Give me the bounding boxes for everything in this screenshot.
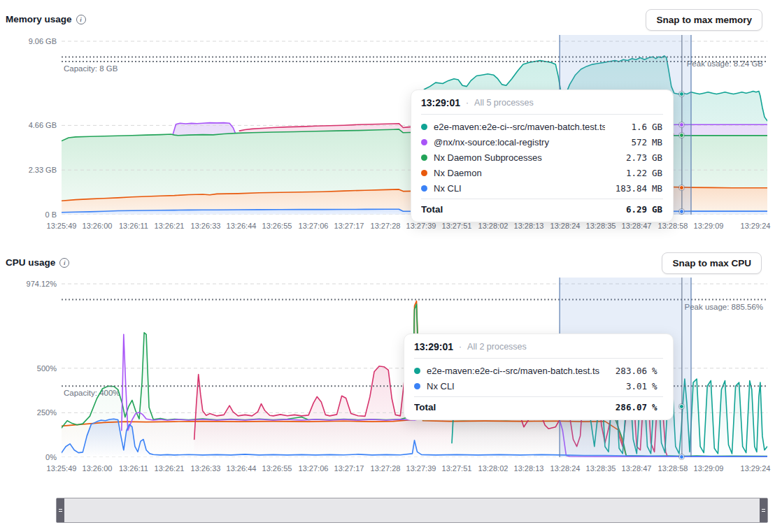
process-unit: GB [652,152,663,163]
y-axis-tick: 500% [0,364,57,373]
tooltip-process-row: Nx CLI183.84MB [421,180,663,196]
snap-to-max-memory-button[interactable]: Snap to max memory [646,9,762,31]
process-unit: GB [652,122,663,132]
x-axis-tick: 13:26:00 [76,222,118,230]
process-value: 2.73 [605,152,647,163]
process-value: 183.84 [605,183,647,194]
dot-separator: · [466,98,469,108]
memory-tooltip: 13:29:01 · All 5 processes e2e-maven:e2e… [411,89,674,222]
total-value: 6.29 [605,204,647,215]
process-unit: MB [652,137,663,148]
x-axis-tick: 13:29:09 [688,464,730,473]
cpu-tooltip-header: 13:29:01 · All 2 processes [414,341,663,359]
cpu-tooltip-time: 13:29:01 [414,341,453,352]
y-axis-tick: 4.66 GB [0,121,57,129]
cpu-section-title: CPU usage i [6,257,69,268]
process-name: e2e-maven:e2e-ci--src/maven-batch.test.t… [427,366,605,376]
x-axis-tick: 13:26:55 [256,464,298,473]
process-value: 1.6 [605,122,647,132]
memory-tooltip-subtitle: All 5 processes [474,98,534,108]
y-axis-tick: 9.06 GB [0,37,57,45]
memory-section-title: Memory usage i [6,14,86,24]
dot-separator: · [459,342,462,352]
x-axis-tick: 13:27:51 [436,222,478,230]
process-value: 572 [605,137,647,148]
process-value: 1.22 [605,168,647,178]
process-name: Nx Daemon [434,168,605,178]
tooltip-process-row: @nx/nx-source:local-registry572MB [421,134,663,150]
process-name: @nx/nx-source:local-registry [434,137,605,148]
series-color-dot [421,124,427,130]
x-axis-tick: 13:29:09 [688,222,730,230]
timeline-brush[interactable] [56,498,768,523]
cpu-tooltip: 13:29:01 · All 2 processes e2e-maven:e2e… [404,333,674,420]
hover-value-dot [679,209,684,214]
cpu-tooltip-subtitle: All 2 processes [467,342,527,352]
x-axis-tick: 13:27:17 [328,222,370,230]
cpu-tooltip-total: Total 286.07 % [414,396,663,414]
tooltip-process-row: e2e-maven:e2e-ci--src/maven-batch.test.t… [414,363,663,378]
series-color-dot [421,154,427,161]
x-axis-tick: 13:26:55 [256,222,298,230]
x-axis-tick: 13:26:21 [148,222,190,230]
y-axis-tick: 0 B [0,210,57,219]
memory-title-text: Memory usage [6,14,72,24]
hover-value-dot [679,454,684,459]
series-color-dot [421,185,427,192]
x-axis-tick: 13:28:47 [616,464,657,473]
series-color-dot [421,139,427,145]
process-name: e2e-maven:e2e-ci--src/maven-batch.test.t… [434,122,605,132]
tooltip-process-row: Nx Daemon1.22GB [421,165,663,180]
total-value: 286.07 [605,402,647,412]
y-axis-tick: 2.33 GB [0,166,57,174]
profiler-page: Memory usage i Snap to max memory CPU us… [0,0,782,532]
process-unit: GB [652,168,663,178]
memory-tooltip-rows: e2e-maven:e2e-ci--src/maven-batch.test.t… [421,115,663,199]
memory-tooltip-total: Total 6.29 GB [421,199,663,216]
x-axis-tick: 13:26:21 [148,464,190,473]
tooltip-process-row: Nx Daemon Subprocesses2.73GB [421,150,663,165]
brush-left-handle[interactable] [57,498,64,522]
total-label: Total [421,204,605,215]
x-axis-tick: 13:27:51 [436,464,478,473]
process-value: 3.01 [605,381,647,391]
tooltip-process-row: e2e-maven:e2e-ci--src/maven-batch.test.t… [421,119,663,134]
brush-right-handle[interactable] [760,498,767,522]
series-color-dot [421,170,427,176]
process-name: Nx CLI [427,381,605,391]
y-axis-tick: 974.12% [0,280,57,288]
total-unit: % [652,402,663,412]
cpu-info-icon[interactable]: i [59,258,69,268]
process-unit: % [652,381,663,391]
memory-tooltip-header: 13:29:01 · All 5 processes [421,97,663,115]
memory-info-icon[interactable]: i [76,15,86,24]
x-axis-tick: 13:28:47 [616,222,657,230]
x-axis-tick: 13:29:24 [734,464,776,473]
memory-tooltip-time: 13:29:01 [421,97,460,108]
cpu-tooltip-rows: e2e-maven:e2e-ci--src/maven-batch.test.t… [414,359,663,396]
process-name: Nx CLI [434,183,605,194]
process-value: 283.06 [605,366,647,376]
x-axis-tick: 13:27:17 [328,464,370,473]
cpu-title-text: CPU usage [6,257,55,268]
y-axis-tick: 0% [0,453,57,461]
series-color-dot [414,383,420,389]
x-axis-tick: 13:28:13 [508,222,550,230]
total-unit: GB [652,204,663,215]
total-label: Total [414,402,605,412]
series-color-dot [414,368,420,374]
y-axis-tick: 250% [0,408,57,417]
x-axis-tick: 13:29:24 [734,222,776,230]
tooltip-process-row: Nx CLI3.01% [414,378,663,394]
process-name: Nx Daemon Subprocesses [434,152,605,163]
x-axis-tick: 13:28:13 [508,464,550,473]
x-axis-tick: 13:26:00 [76,464,118,473]
snap-to-max-cpu-button[interactable]: Snap to max CPU [662,252,762,274]
process-unit: % [652,366,663,376]
process-unit: MB [652,183,663,194]
